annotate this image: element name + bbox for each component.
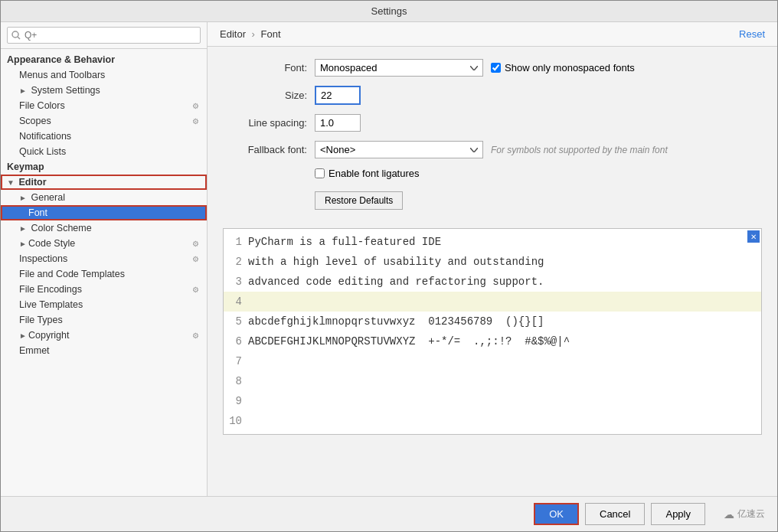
watermark-text: 亿速云 (737, 508, 765, 521)
apply-button[interactable]: Apply (651, 503, 705, 525)
sidebar-item-live-templates[interactable]: Live Templates (1, 297, 207, 312)
sidebar-item-general[interactable]: ► General (1, 190, 207, 205)
ligatures-checkbox[interactable] (315, 168, 325, 178)
sidebar-item-menus-toolbars[interactable]: Menus and Toolbars (1, 67, 207, 83)
sidebar-item-file-types[interactable]: File Types (1, 312, 207, 328)
copyright-settings-icon: ⚙ (190, 330, 201, 341)
preview-line-1: 1 PyCharm is a full-featured IDE (224, 232, 761, 252)
copyright-arrow-icon: ► (19, 331, 28, 340)
sidebar-item-emmet[interactable]: Emmet (1, 343, 207, 358)
settings-dialog: Settings Appearance & Behavior Menus and… (0, 0, 778, 532)
preview-line-3: 3 advanced code editing and refactoring … (224, 272, 761, 292)
preview-container: ✕ 1 PyCharm is a full-featured IDE 2 wit… (223, 228, 762, 435)
breadcrumb-separator: › (252, 28, 255, 40)
size-label: Size: (223, 90, 315, 101)
sidebar-item-scopes[interactable]: Scopes ⚙ (1, 113, 207, 129)
settings-icon: ⚙ (190, 100, 201, 111)
show-monospaced-row: Show only monospaced fonts (491, 62, 635, 73)
content-header: Editor › Font Reset (208, 22, 777, 47)
show-monospaced-label: Show only monospaced fonts (505, 62, 635, 73)
sidebar-item-copyright[interactable]: ► Copyright ⚙ (1, 328, 207, 343)
ligatures-row: Enable font ligatures (223, 168, 762, 179)
sidebar-item-editor[interactable]: ▼ Editor (1, 175, 207, 190)
title-text: Settings (371, 5, 407, 17)
sidebar-item-quick-lists[interactable]: Quick Lists (1, 144, 207, 159)
preview-line-7: 7 (224, 351, 761, 371)
editor-arrow-icon: ▼ (7, 178, 16, 187)
fallback-font-select[interactable]: <None> Arial Consolas (315, 141, 483, 158)
sidebar-item-appearance[interactable]: Appearance & Behavior (1, 52, 207, 67)
sidebar-item-keymap[interactable]: Keymap (1, 159, 207, 175)
preview-line-5: 5 abcdefghijklmnopqrstuvwxyz 0123456789 … (224, 312, 761, 331)
dialog-footer: OK Cancel Apply ☁ 亿速云 (1, 496, 777, 531)
preview-corner-icon[interactable]: ✕ (747, 230, 760, 243)
sidebar-item-notifications[interactable]: Notifications (1, 129, 207, 144)
settings-icon-2: ⚙ (190, 116, 201, 126)
codestyle-arrow-icon: ► (19, 240, 28, 248)
fallback-font-row: Fallback font: <None> Arial Consolas For… (223, 141, 762, 158)
preview-line-9: 9 (224, 391, 761, 411)
line-spacing-label: Line spacing: (223, 117, 315, 129)
show-monospaced-checkbox[interactable] (491, 63, 501, 73)
sidebar-item-code-style[interactable]: ► Code Style ⚙ (1, 236, 207, 251)
sidebar: Appearance & Behavior Menus and Toolbars… (1, 22, 208, 496)
breadcrumb: Editor › Font (220, 28, 281, 40)
dialog-title: Settings (1, 1, 777, 22)
preview-line-2: 2 with a high level of usability and out… (224, 252, 761, 272)
fallback-font-label: Fallback font: (223, 144, 315, 155)
breadcrumb-current: Font (261, 28, 281, 40)
sidebar-item-file-code-templates[interactable]: File and Code Templates (1, 266, 207, 282)
font-select[interactable]: Monospaced Arial Consolas Courier New (315, 59, 483, 77)
preview-line-6: 6 ABCDEFGHIJKLMNOPQRSTUVWXYZ +-*/= .,;:!… (224, 331, 761, 351)
preview-line-4: 4 (224, 292, 761, 312)
breadcrumb-parent: Editor (220, 28, 246, 40)
size-row: Size: (223, 86, 762, 105)
sidebar-tree: Appearance & Behavior Menus and Toolbars… (1, 49, 207, 496)
sidebar-item-inspections[interactable]: Inspections ⚙ (1, 251, 207, 266)
preview-line-10: 10 (224, 411, 761, 431)
size-input[interactable] (315, 86, 361, 105)
content-area: Editor › Font Reset Font: Monospaced Ari… (208, 22, 777, 496)
codestyle-settings-icon: ⚙ (190, 238, 201, 249)
preview-lines: 1 PyCharm is a full-featured IDE 2 with … (224, 229, 761, 434)
search-bar (1, 22, 207, 49)
font-label: Font: (223, 62, 315, 73)
sidebar-item-color-scheme[interactable]: ► Color Scheme (1, 220, 207, 236)
restore-defaults-row: Restore Defaults (223, 188, 762, 219)
search-input[interactable] (7, 27, 201, 44)
inspections-settings-icon: ⚙ (190, 253, 201, 264)
sidebar-item-file-colors[interactable]: File Colors ⚙ (1, 98, 207, 113)
line-spacing-input[interactable] (315, 114, 361, 132)
fallback-hint: For symbols not supported by the main fo… (491, 145, 668, 155)
ok-button[interactable]: OK (534, 503, 579, 525)
restore-defaults-button[interactable]: Restore Defaults (315, 191, 403, 210)
preview-line-8: 8 (224, 371, 761, 391)
colorscheme-arrow-icon: ► (19, 224, 28, 233)
watermark: ☁ 亿速云 (724, 508, 765, 521)
cancel-button[interactable]: Cancel (585, 503, 645, 525)
sidebar-item-system-settings[interactable]: ► System Settings (1, 83, 207, 98)
sidebar-item-font[interactable]: Font (1, 205, 207, 220)
ligatures-label: Enable font ligatures (329, 168, 420, 179)
sidebar-item-file-encodings[interactable]: File Encodings ⚙ (1, 282, 207, 297)
encodings-settings-icon: ⚙ (190, 284, 201, 295)
line-spacing-row: Line spacing: (223, 114, 762, 132)
dialog-body: Appearance & Behavior Menus and Toolbars… (1, 22, 777, 496)
content-body: Font: Monospaced Arial Consolas Courier … (208, 47, 777, 496)
general-arrow-icon: ► (19, 194, 28, 202)
reset-link[interactable]: Reset (739, 28, 765, 40)
arrow-icon: ► (19, 86, 28, 95)
watermark-icon: ☁ (724, 508, 734, 521)
font-row: Font: Monospaced Arial Consolas Courier … (223, 59, 762, 77)
